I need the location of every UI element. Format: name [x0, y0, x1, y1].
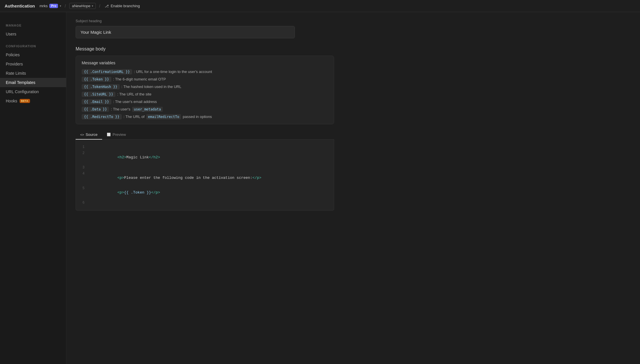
tab-preview[interactable]: ⬜ Preview: [102, 130, 130, 140]
pro-badge: Pro: [49, 4, 58, 8]
var-code-1: {{ .Token }}: [82, 77, 111, 82]
branch-selector[interactable]: aNewHope ▾: [69, 3, 96, 9]
beta-badge: BETA: [20, 99, 30, 103]
tag-p-close-4: </p>: [252, 176, 261, 180]
topbar-branch: aNewHope ▾: [69, 3, 96, 9]
sidebar-item-url-configuration[interactable]: URL Configuration: [0, 87, 66, 96]
sidebar-providers-label: Providers: [6, 62, 23, 66]
sidebar-item-policies[interactable]: Policies: [0, 50, 66, 59]
code-editor[interactable]: 1 2 <h2>Magic Link</h2> 3 4 <p>Please: [76, 140, 334, 211]
var-desc-5: : The user's: [111, 107, 130, 111]
manage-section-label: MANAGE: [0, 24, 66, 27]
sidebar-users-label: Users: [6, 32, 16, 36]
variable-row-1: {{ .Token }} : The 6-digit numeric email…: [82, 77, 328, 82]
var-desc-0: : URL for a one-time login to the user's…: [134, 70, 212, 74]
sidebar-url-configuration-label: URL Configuration: [6, 89, 39, 94]
editor-tabs: <> Source ⬜ Preview: [76, 130, 334, 140]
sidebar-item-providers[interactable]: Providers: [0, 59, 66, 69]
variable-row-5: {{ .Data }} : The user's user_metadata: [82, 107, 328, 112]
code-line-6: 6: [76, 200, 334, 206]
line-num-3: 3: [76, 166, 90, 170]
var-desc-3: : The URL of the site: [117, 92, 151, 96]
sidebar-email-templates-label: Email Templates: [6, 80, 35, 85]
variables-title: Message variables: [82, 61, 328, 65]
git-branch-icon: ⎇: [105, 4, 109, 8]
template-token-var: {{ .Token }}: [124, 190, 151, 195]
enable-branching-label: Enable branching: [111, 4, 140, 8]
subject-input[interactable]: [76, 26, 295, 38]
code-line-1: 1: [76, 144, 334, 150]
tab-source[interactable]: <> Source: [76, 130, 102, 140]
topbar-user: mrks Pro ▾: [40, 4, 61, 8]
code-line-3: 3: [76, 165, 334, 170]
var-code-5: {{ .Data }}: [82, 107, 109, 112]
preview-monitor-icon: ⬜: [107, 133, 111, 136]
message-body-label: Message body: [76, 46, 334, 52]
code-line-5: 5 <p>{{ .Token }}</p>: [76, 185, 334, 200]
source-code-icon: <>: [80, 133, 84, 136]
app-title: Authentication: [5, 3, 35, 8]
sidebar-hooks-label: Hooks: [6, 99, 17, 103]
var-desc2-6: passed in options: [183, 115, 212, 119]
line-num-6: 6: [76, 201, 90, 205]
enable-branching-section[interactable]: ⎇ Enable branching: [105, 4, 140, 8]
var-code-4: {{ .Email }}: [82, 99, 111, 104]
text-activation: Please enter the following code in the a…: [124, 176, 252, 180]
var-code-0: {{ .ConfirmationURL }}: [82, 69, 132, 74]
variable-row-3: {{ .SiteURL }} : The URL of the site: [82, 92, 328, 97]
content-inner: Subject heading Message body Message var…: [66, 12, 343, 217]
sidebar-item-users[interactable]: Users: [0, 29, 66, 39]
main-content: Subject heading Message body Message var…: [66, 12, 640, 364]
line-content-2: <h2>Magic Link</h2>: [90, 151, 160, 164]
tag-p-open-4: <p>: [117, 176, 124, 180]
tab-preview-label: Preview: [113, 132, 126, 137]
variable-row-4: {{ .Email }} : The user's email address: [82, 99, 328, 104]
var-code-2: {{ .TokenHash }}: [82, 84, 120, 89]
config-section-label: CONFIGURATION: [0, 44, 66, 48]
var-code-6: {{ .RedirectTo }}: [82, 114, 122, 119]
var-desc-6: : The URL of: [123, 115, 145, 119]
tag-p-open-5: <p>: [117, 190, 124, 195]
var-desc-4: : The user's email address: [113, 100, 157, 104]
var-inline-code-6: emailRedirectTo: [146, 114, 181, 119]
var-inline-code-5: user_metadata: [132, 107, 163, 112]
code-line-4: 4 <p>Please enter the following code in …: [76, 170, 334, 185]
variables-box: Message variables {{ .ConfirmationURL }}…: [76, 56, 334, 124]
separator-2: /: [99, 4, 100, 8]
branch-name: aNewHope: [72, 4, 90, 8]
sidebar-policies-label: Policies: [6, 52, 20, 57]
sidebar-item-rate-limits[interactable]: Rate Limits: [0, 69, 66, 78]
sidebar-rate-limits-label: Rate Limits: [6, 71, 26, 76]
user-name: mrks: [40, 4, 48, 8]
sidebar-item-hooks[interactable]: Hooks BETA: [0, 96, 66, 106]
text-magic-link: Magic Link: [126, 155, 149, 160]
line-content-5: <p>{{ .Token }}</p>: [90, 186, 160, 199]
line-num-2: 2: [76, 151, 90, 155]
var-desc-2: : The hashed token used in the URL: [121, 85, 181, 89]
tag-h2-open: <h2>: [117, 155, 126, 160]
separator-1: /: [65, 4, 66, 8]
variable-row-6: {{ .RedirectTo }} : The URL of emailRedi…: [82, 114, 328, 119]
subject-heading-label: Subject heading: [76, 19, 334, 23]
tab-source-label: Source: [86, 132, 98, 137]
line-num-4: 4: [76, 172, 90, 176]
variable-row-2: {{ .TokenHash }} : The hashed token used…: [82, 84, 328, 89]
variable-row-0: {{ .ConfirmationURL }} : URL for a one-t…: [82, 69, 328, 74]
user-chevron-icon[interactable]: ▾: [60, 4, 61, 7]
branch-chevron-icon: ▾: [92, 4, 93, 7]
line-num-1: 1: [76, 145, 90, 149]
topbar: Authentication mrks Pro ▾ / aNewHope ▾ /…: [0, 0, 640, 12]
app-body: MANAGE Users CONFIGURATION Policies Prov…: [0, 12, 640, 364]
line-num-5: 5: [76, 186, 90, 190]
tag-p-close-5: </p>: [151, 190, 160, 195]
var-code-3: {{ .SiteURL }}: [82, 92, 115, 97]
line-content-4: <p>Please enter the following code in th…: [90, 171, 261, 184]
sidebar: MANAGE Users CONFIGURATION Policies Prov…: [0, 12, 66, 364]
tag-h2-close: </h2>: [149, 155, 160, 160]
sidebar-item-email-templates[interactable]: Email Templates: [0, 78, 66, 87]
code-line-2: 2 <h2>Magic Link</h2>: [76, 150, 334, 165]
var-desc-1: : The 6-digit numeric email OTP: [113, 77, 166, 81]
